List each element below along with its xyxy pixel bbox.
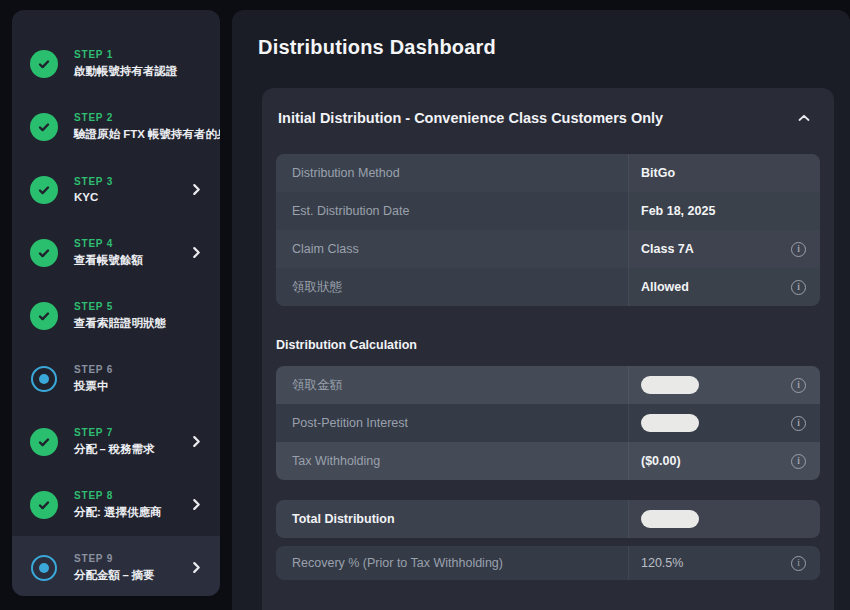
table-row: Post-Petition Interest i xyxy=(276,404,820,442)
step-label: STEP 9 xyxy=(74,553,155,564)
row-value: Feb 18, 2025 xyxy=(641,204,715,218)
step-label: STEP 5 xyxy=(74,301,166,312)
step-label: STEP 3 xyxy=(74,176,113,187)
check-circle-icon xyxy=(30,176,58,204)
row-label: Recovery % (Prior to Tax Withholding) xyxy=(276,556,628,570)
check-circle-icon xyxy=(30,113,58,141)
table-row: Recovery % (Prior to Tax Withholding) 12… xyxy=(276,546,820,580)
chevron-right-icon xyxy=(185,184,202,195)
table-row: Total Distribution xyxy=(276,500,820,538)
sidebar-step-5[interactable]: STEP 5 查看索賠證明狀態 xyxy=(12,284,220,347)
step-label: STEP 8 xyxy=(74,490,162,501)
table-row: Tax Withholding ($0.00) i xyxy=(276,442,820,480)
check-circle-icon xyxy=(30,302,58,330)
row-label: Claim Class xyxy=(276,242,628,256)
main-panel: Distributions Dashboard Initial Distribu… xyxy=(232,10,850,610)
sidebar-step-6[interactable]: STEP 6 投票中 xyxy=(12,347,220,410)
check-circle-icon xyxy=(30,428,58,456)
step-title: 分配－稅務需求 xyxy=(74,442,155,457)
row-label: Tax Withholding xyxy=(276,454,628,468)
row-value: Class 7A xyxy=(641,242,694,256)
calc-section-heading: Distribution Calculation xyxy=(276,338,820,352)
row-value: 120.5% xyxy=(641,556,683,570)
row-label: Post-Petition Interest xyxy=(276,416,628,430)
chevron-right-icon xyxy=(185,562,202,573)
steps-sidebar: STEP 1 啟動帳號持有者認證 STEP 2 驗證原始 FTX 帳號持有者的身… xyxy=(12,10,220,596)
row-label: 領取狀態 xyxy=(276,279,628,296)
sidebar-step-2[interactable]: STEP 2 驗證原始 FTX 帳號持有者的身份 xyxy=(12,95,220,158)
sidebar-step-9[interactable]: STEP 9 分配金額－摘要 xyxy=(12,536,220,596)
info-icon[interactable]: i xyxy=(791,416,806,431)
step-label: STEP 1 xyxy=(74,49,178,60)
info-icon[interactable]: i xyxy=(791,556,806,571)
row-value: ($0.00) xyxy=(641,454,681,468)
step-title: 啟動帳號持有者認證 xyxy=(74,64,178,79)
table-row: 領取金額 i xyxy=(276,366,820,404)
table-row: Est. Distribution Date Feb 18, 2025 xyxy=(276,192,820,230)
row-value: BitGo xyxy=(641,166,675,180)
chevron-right-icon xyxy=(185,247,202,258)
distribution-info-table: Distribution Method BitGo Est. Distribut… xyxy=(276,154,820,306)
redacted-value-pill xyxy=(641,376,699,394)
check-circle-icon xyxy=(30,491,58,519)
step-title: 分配金額－摘要 xyxy=(74,568,155,583)
table-row: 領取狀態 Allowed i xyxy=(276,268,820,306)
total-distribution-table: Total Distribution xyxy=(276,500,820,538)
step-title: KYC xyxy=(74,191,113,203)
check-circle-icon xyxy=(30,50,58,78)
row-label: Total Distribution xyxy=(276,512,628,526)
step-title: 投票中 xyxy=(74,379,113,394)
recovery-table: Recovery % (Prior to Tax Withholding) 12… xyxy=(276,546,820,580)
radio-in-progress-icon xyxy=(31,555,57,581)
redacted-value-pill xyxy=(641,510,699,528)
sidebar-step-4[interactable]: STEP 4 查看帳號餘額 xyxy=(12,221,220,284)
distribution-calc-table: 領取金額 i Post-Petition Interest i Tax With… xyxy=(276,366,820,480)
card-header: Initial Distribution - Convenience Class… xyxy=(262,88,834,142)
initial-distribution-card: Initial Distribution - Convenience Class… xyxy=(262,88,834,610)
chevron-up-icon[interactable] xyxy=(794,110,814,126)
step-title: 驗證原始 FTX 帳號持有者的身份 xyxy=(74,127,202,142)
step-label: STEP 2 xyxy=(74,112,202,123)
row-value: Allowed xyxy=(641,280,689,294)
sidebar-step-1[interactable]: STEP 1 啟動帳號持有者認證 xyxy=(12,32,220,95)
row-label: Distribution Method xyxy=(276,166,628,180)
row-label: 領取金額 xyxy=(276,377,628,394)
step-label: STEP 4 xyxy=(74,238,143,249)
info-icon[interactable]: i xyxy=(791,378,806,393)
info-icon[interactable]: i xyxy=(791,242,806,257)
step-title: 查看索賠證明狀態 xyxy=(74,316,166,331)
chevron-right-icon xyxy=(185,499,202,510)
row-label: Est. Distribution Date xyxy=(276,204,628,218)
sidebar-step-3[interactable]: STEP 3 KYC xyxy=(12,158,220,221)
redacted-value-pill xyxy=(641,414,699,432)
table-row: Distribution Method BitGo xyxy=(276,154,820,192)
card-title: Initial Distribution - Convenience Class… xyxy=(278,110,663,126)
table-row: Claim Class Class 7A i xyxy=(276,230,820,268)
sidebar-step-8[interactable]: STEP 8 分配: 選擇供應商 xyxy=(12,473,220,536)
step-title: 查看帳號餘額 xyxy=(74,253,143,268)
sidebar-step-7[interactable]: STEP 7 分配－稅務需求 xyxy=(12,410,220,473)
step-label: STEP 6 xyxy=(74,364,113,375)
check-circle-icon xyxy=(30,239,58,267)
radio-in-progress-icon xyxy=(31,366,57,392)
page-title: Distributions Dashboard xyxy=(232,10,850,59)
info-icon[interactable]: i xyxy=(791,454,806,469)
step-title: 分配: 選擇供應商 xyxy=(74,505,162,520)
info-icon[interactable]: i xyxy=(791,280,806,295)
step-label: STEP 7 xyxy=(74,427,155,438)
chevron-right-icon xyxy=(185,436,202,447)
